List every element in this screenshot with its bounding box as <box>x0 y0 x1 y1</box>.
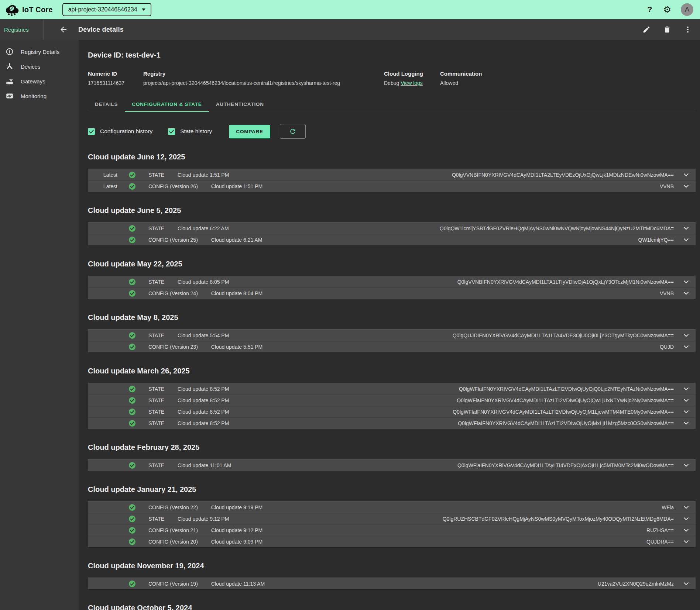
sidebar-item-label: Devices <box>21 63 40 70</box>
avatar[interactable]: A <box>681 3 693 16</box>
state-history-checkbox[interactable] <box>168 128 175 135</box>
expand-chevron-icon[interactable] <box>683 582 689 586</box>
sidebar-item-gateways[interactable]: Gateways <box>0 74 79 89</box>
history-row[interactable]: Latest STATE Cloud update 1:51 PM Q0lgVV… <box>88 169 696 180</box>
row-value: Q0lgWFlaIFN0YXRlVGV4dCAyMDI1LTAzLTI2VDIw… <box>457 397 674 403</box>
row-time: Cloud update 11:13 AM <box>211 581 265 587</box>
expand-chevron-icon[interactable] <box>683 345 689 349</box>
row-type: STATE <box>148 172 164 178</box>
history-section: Cloud update June 12, 2025 Latest STATE … <box>88 153 696 192</box>
row-type: CONFIG (Version 22) <box>148 504 198 510</box>
expand-chevron-icon[interactable] <box>683 506 689 509</box>
expand-chevron-icon[interactable] <box>683 528 689 532</box>
sections: Cloud update June 12, 2025 Latest STATE … <box>88 153 696 610</box>
history-row[interactable]: CONFIG (Version 22) Cloud update 9:19 PM… <box>88 502 696 513</box>
project-selector[interactable]: api-project-320446546234 <box>62 3 151 16</box>
back-button[interactable] <box>59 25 68 34</box>
row-value: VVNB <box>660 183 674 189</box>
registry-column: Registry projects/api-project-3204465462… <box>143 70 384 86</box>
compare-button[interactable]: COMPARE <box>229 125 270 138</box>
sidebar-item-registry-details[interactable]: Registry Details <box>0 44 79 59</box>
help-icon[interactable]: ? <box>647 5 652 14</box>
row-time: Cloud update 9:12 PM <box>178 516 229 522</box>
row-group: Latest STATE Cloud update 1:51 PM Q0lgVV… <box>88 169 696 192</box>
project-selector-label: api-project-320446546234 <box>68 6 137 13</box>
section-heading: Cloud update June 12, 2025 <box>88 153 696 161</box>
history-row[interactable]: CONFIG (Version 20) Cloud update 9:09 PM… <box>88 536 696 547</box>
row-time: Cloud update 6:21 AM <box>211 237 262 243</box>
history-row[interactable]: CONFIG (Version 24) Cloud update 8:04 PM… <box>88 287 696 299</box>
expand-chevron-icon[interactable] <box>683 334 689 337</box>
row-type: CONFIG (Version 19) <box>148 581 198 587</box>
expand-chevron-icon[interactable] <box>683 540 689 544</box>
expand-chevron-icon[interactable] <box>683 421 689 425</box>
row-group: CONFIG (Version 22) Cloud update 9:19 PM… <box>88 501 696 548</box>
row-value: VVNB <box>660 290 674 296</box>
section-heading: Cloud update March 26, 2025 <box>88 367 696 375</box>
history-row[interactable]: CONFIG (Version 25) Cloud update 6:21 AM… <box>88 234 696 245</box>
history-row[interactable]: STATE Cloud update 8:52 PM Q0lgWFlaIFN0Y… <box>88 383 696 394</box>
page-header-bar: Registries Device details <box>0 19 700 40</box>
history-row[interactable]: STATE Cloud update 6:22 AM Q0lgQW1lcmljY… <box>88 223 696 234</box>
history-row[interactable]: CONFIG (Version 23) Cloud update 5:51 PM… <box>88 341 696 352</box>
expand-chevron-icon[interactable] <box>683 280 689 284</box>
success-check-icon <box>128 225 136 232</box>
delete-button[interactable] <box>663 25 671 34</box>
more-options-button[interactable] <box>684 25 692 34</box>
expand-chevron-icon[interactable] <box>683 387 689 391</box>
gear-icon[interactable]: ⚙ <box>663 5 671 14</box>
view-logs-link[interactable]: View logs <box>401 80 423 86</box>
tab-authentication[interactable]: AUTHENTICATION <box>209 96 271 112</box>
numeric-id-column: Numeric ID 1716531114637 <box>88 70 143 86</box>
expand-chevron-icon[interactable] <box>683 399 689 402</box>
row-time: Cloud update 8:52 PM <box>178 420 229 426</box>
row-value: Q0lgQUJDIFN0YXRlVGV4dCAyMDI1LTA1LTA4VDE3… <box>453 332 674 338</box>
history-row[interactable]: STATE Cloud update 8:05 PM Q0lgVVNBIFN0Y… <box>88 276 696 287</box>
state-history-toggle[interactable]: State history <box>168 128 212 135</box>
row-type: CONFIG (Version 23) <box>148 344 198 350</box>
section-heading: Cloud update May 8, 2025 <box>88 313 696 322</box>
tab-configuration-state[interactable]: CONFIGURATION & STATE <box>125 96 209 112</box>
history-section: Cloud update February 28, 2025 STATE Clo… <box>88 443 696 471</box>
row-type: CONFIG (Version 26) <box>148 183 198 189</box>
tab-details[interactable]: DETAILS <box>88 96 125 112</box>
row-time: Cloud update 1:51 PM <box>211 183 262 189</box>
communication-label: Communication <box>440 70 482 77</box>
history-row[interactable]: CONFIG (Version 21) Cloud update 9:12 PM… <box>88 524 696 536</box>
sidebar-item-devices[interactable]: Devices <box>0 59 79 74</box>
breadcrumb-registries[interactable]: Registries <box>0 27 43 33</box>
sidebar-item-label: Registry Details <box>21 49 59 55</box>
sidebar-item-monitoring[interactable]: Monitoring <box>0 89 79 103</box>
history-row[interactable]: STATE Cloud update 9:12 PM Q0lgRUZHSCBTd… <box>88 513 696 524</box>
history-row[interactable]: STATE Cloud update 8:52 PM Q0lgWFlaIFN0Y… <box>88 406 696 417</box>
row-time: Cloud update 11:01 AM <box>178 462 231 468</box>
history-row[interactable]: CONFIG (Version 19) Cloud update 11:13 A… <box>88 578 696 589</box>
expand-chevron-icon[interactable] <box>683 238 689 242</box>
expand-chevron-icon[interactable] <box>683 517 689 521</box>
history-row[interactable]: STATE Cloud update 11:01 AM Q0lgWFlaIFN0… <box>88 459 696 471</box>
expand-chevron-icon[interactable] <box>683 292 689 295</box>
configuration-history-toggle[interactable]: Configuration history <box>88 128 152 135</box>
row-type: CONFIG (Version 24) <box>148 290 198 296</box>
row-group: STATE Cloud update 5:54 PM Q0lgQUJDIFN0Y… <box>88 329 696 353</box>
refresh-button[interactable] <box>280 124 306 139</box>
sidebar: Registry Details Devices <box>0 40 79 610</box>
history-row[interactable]: STATE Cloud update 8:52 PM Q0lgWFlaIFN0Y… <box>88 394 696 406</box>
expand-chevron-icon[interactable] <box>683 410 689 414</box>
devices-hub-icon <box>5 62 14 71</box>
expand-chevron-icon[interactable] <box>683 463 689 467</box>
app-title: IoT Core <box>22 6 53 14</box>
expand-chevron-icon[interactable] <box>683 173 689 177</box>
history-row[interactable]: Latest CONFIG (Version 26) Cloud update … <box>88 180 696 192</box>
row-time: Cloud update 8:52 PM <box>178 386 229 392</box>
history-section: Cloud update March 26, 2025 STATE Cloud … <box>88 367 696 429</box>
edit-button[interactable] <box>642 25 651 34</box>
registry-path: projects/api-project-320446546234/locati… <box>143 80 384 86</box>
history-row[interactable]: STATE Cloud update 5:54 PM Q0lgQUJDIFN0Y… <box>88 330 696 341</box>
configuration-history-checkbox[interactable] <box>88 128 95 135</box>
expand-chevron-icon[interactable] <box>683 185 689 188</box>
success-check-icon <box>128 343 136 351</box>
row-value: QUJD <box>660 344 674 350</box>
history-row[interactable]: STATE Cloud update 8:52 PM Q0lgWFlaIFN0Y… <box>88 417 696 429</box>
expand-chevron-icon[interactable] <box>683 227 689 230</box>
